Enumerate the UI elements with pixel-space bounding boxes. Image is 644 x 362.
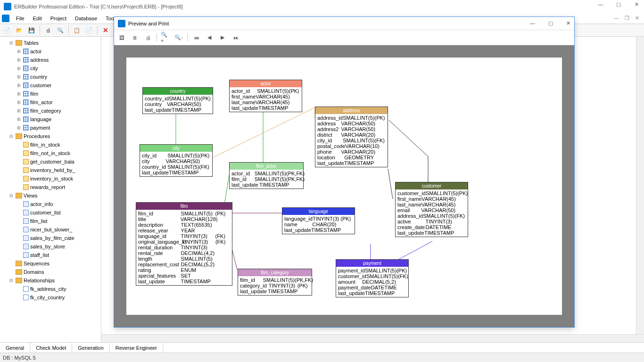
menu-app-icon — [2, 15, 9, 22]
open-icon[interactable]: 📂 — [14, 25, 25, 35]
db-status: DB : MySQL 5 — [3, 355, 36, 361]
tree-sequences[interactable]: Sequences — [0, 259, 101, 268]
prev-page-icon[interactable]: ◀ — [205, 33, 214, 42]
last-page-icon[interactable]: ⏭ — [231, 33, 240, 42]
tree-item-rewards_report[interactable]: rewards_report — [0, 183, 101, 191]
tree-item-payment[interactable]: ⊞payment — [0, 123, 101, 132]
tree-tables[interactable]: ⊟Tables — [0, 39, 101, 47]
object-tree[interactable]: ⊟Tables ⊞actor⊞address⊞city⊞country⊞cust… — [0, 37, 101, 342]
mdi-controls: — ❐ ✕ — [614, 15, 639, 21]
tree-item-staff_list[interactable]: staff_list — [0, 251, 101, 259]
tree-item-film_list[interactable]: film_list — [0, 217, 101, 225]
tree-item-customer[interactable]: ⊞customer — [0, 81, 101, 90]
er-table-country[interactable]: countrycountry_idSMALLINT(5)(PK)countryV… — [142, 87, 213, 114]
mdi-restore-icon[interactable]: ❐ — [625, 15, 629, 21]
preview-app-icon — [118, 20, 125, 27]
tree-item-inventory_held_by_[interactable]: inventory_held_by_ — [0, 166, 101, 174]
tree-item-fk_city_country[interactable]: fk_city_country — [0, 293, 101, 302]
zoom-out-icon[interactable]: 🔍- — [174, 33, 183, 42]
preview-canvas[interactable]: countrycountry_idSMALLINT(5)(PK)countryV… — [114, 45, 574, 327]
mdi-close-icon[interactable]: ✕ — [635, 15, 639, 21]
preview-minimize-icon[interactable]: — — [530, 20, 535, 26]
menu-edit[interactable]: Edit — [29, 15, 46, 22]
image-icon[interactable]: 🖼 — [117, 33, 126, 42]
menu-database[interactable]: Database — [71, 15, 101, 22]
tree-item-sales_by_film_cate[interactable]: sales_by_film_cate — [0, 234, 101, 242]
bottom-tabs: General Check Model Generation Reverse E… — [0, 342, 644, 353]
tree-item-sales_by_store[interactable]: sales_by_store — [0, 242, 101, 251]
preview-title: Preview and Print — [128, 21, 169, 26]
er-table-payment[interactable]: paymentpayment_idSMALLINT(5)(PK)customer… — [336, 259, 409, 297]
paste-icon[interactable]: 📄 — [84, 25, 94, 35]
er-table-film_category[interactable]: film_categoryfilm_idSMALLINT(5)(PK,FK)ca… — [238, 269, 312, 296]
tree-item-city[interactable]: ⊞city — [0, 64, 101, 73]
menu-file[interactable]: File — [12, 15, 28, 22]
tree-views[interactable]: ⊟Views — [0, 191, 101, 200]
app-title: ERBuilder Professional Edition - Trial [… — [14, 4, 183, 9]
preview-page: countrycountry_idSMALLINT(5)(PK)countryV… — [126, 58, 562, 315]
scrollbar-horizontal[interactable] — [101, 334, 644, 342]
new-icon[interactable]: 📄 — [2, 25, 12, 35]
er-table-address[interactable]: addressaddress_idSMALLINT(5)(PK)addressV… — [315, 107, 388, 167]
preview-window: Preview and Print — ▢ ✕ 🖼 🗎 🖨 🔍+ 🔍- ⏮ ◀ … — [114, 16, 575, 328]
tree-item-get_customer_bala[interactable]: get_customer_bala — [0, 157, 101, 166]
print-icon[interactable]: 🖨 — [143, 33, 153, 42]
tree-item-actor_info[interactable]: actor_info — [0, 200, 101, 208]
tree-item-country[interactable]: ⊞country — [0, 73, 101, 81]
tree-item-address[interactable]: ⊞address — [0, 56, 101, 64]
first-page-icon[interactable]: ⏮ — [191, 33, 201, 42]
next-page-icon[interactable]: ▶ — [218, 33, 227, 42]
preview-close-icon[interactable]: ✕ — [566, 20, 570, 26]
tree-item-film[interactable]: ⊞film — [0, 90, 101, 98]
tab-general[interactable]: General — [0, 343, 30, 353]
tree-relationships[interactable]: ⊟Relationships — [0, 276, 101, 285]
tree-item-film_in_stock[interactable]: film_in_stock — [0, 140, 101, 149]
minimize-icon[interactable]: — — [597, 1, 604, 8]
preview-title-bar[interactable]: Preview and Print — ▢ ✕ — [114, 17, 574, 30]
copy-icon[interactable]: 📋 — [72, 25, 82, 35]
close-icon[interactable]: ✕ — [633, 1, 640, 8]
preview-toolbar: 🖼 🗎 🖨 🔍+ 🔍- ⏮ ◀ ▶ ⏭ — [114, 30, 574, 45]
tree-item-film_not_in_stock[interactable]: film_not_in_stock — [0, 149, 101, 157]
er-table-city[interactable]: citycity_idSMALLINT(5)(PK)cityVARCHAR(50… — [140, 144, 213, 177]
tab-check-model[interactable]: Check Model — [30, 343, 72, 353]
tree-item-language[interactable]: ⊞language — [0, 115, 101, 123]
tree-procedures[interactable]: ⊟Procedures — [0, 132, 101, 140]
er-table-customer[interactable]: customercustomer_idSMALLINT(5)(PK)first_… — [395, 182, 468, 237]
er-table-film_actor[interactable]: film_actoractor_idSMALLINT(5)(PK,FK)film… — [229, 162, 304, 189]
er-table-language[interactable]: languagelanguage_idTINYINT(3)(PK)nameCHA… — [282, 207, 355, 234]
tree-item-inventory_in_stock[interactable]: inventory_in_stock — [0, 174, 101, 183]
app-title-bar: ERBuilder Professional Edition - Trial [… — [0, 0, 644, 13]
tree-item-fk_address_city[interactable]: fk_address_city — [0, 285, 101, 293]
delete-icon[interactable]: ✕ — [100, 25, 111, 35]
tree-item-nicer_but_slower_[interactable]: nicer_but_slower_ — [0, 225, 101, 234]
preview-icon[interactable]: 🔍 — [55, 25, 66, 35]
er-table-actor[interactable]: actoractor_idSMALLINT(5)(PK)first_nameVA… — [229, 80, 302, 112]
app-icon — [4, 3, 11, 10]
preview-maximize-icon[interactable]: ▢ — [548, 20, 553, 26]
print-icon[interactable]: 🖨 — [43, 25, 53, 35]
save-icon[interactable]: 💾 — [26, 25, 37, 35]
scrollbar-vertical[interactable] — [636, 37, 644, 342]
zoom-in-icon[interactable]: 🔍+ — [161, 33, 170, 42]
menu-project[interactable]: Project — [47, 15, 70, 22]
tree-domains[interactable]: Domains — [0, 268, 101, 276]
window-controls: — ▢ ✕ — [597, 1, 640, 8]
tree-item-customer_list[interactable]: customer_list — [0, 208, 101, 217]
er-table-film[interactable]: filmfilm_idSMALLINT(5)(PK)titleVARCHAR(1… — [136, 202, 232, 286]
status-bar: DB : MySQL 5 — [0, 353, 644, 362]
mdi-minimize-icon[interactable]: — — [614, 15, 619, 21]
tree-item-film_category[interactable]: ⊞film_category — [0, 107, 101, 115]
tree-item-film_actor[interactable]: ⊞film_actor — [0, 98, 101, 107]
tab-generation[interactable]: Generation — [72, 343, 109, 353]
tab-reverse-engineer[interactable]: Reverse Engineer — [110, 343, 163, 353]
export-icon[interactable]: 🗎 — [130, 33, 140, 42]
tree-item-actor[interactable]: ⊞actor — [0, 47, 101, 56]
maximize-icon[interactable]: ▢ — [615, 1, 622, 8]
